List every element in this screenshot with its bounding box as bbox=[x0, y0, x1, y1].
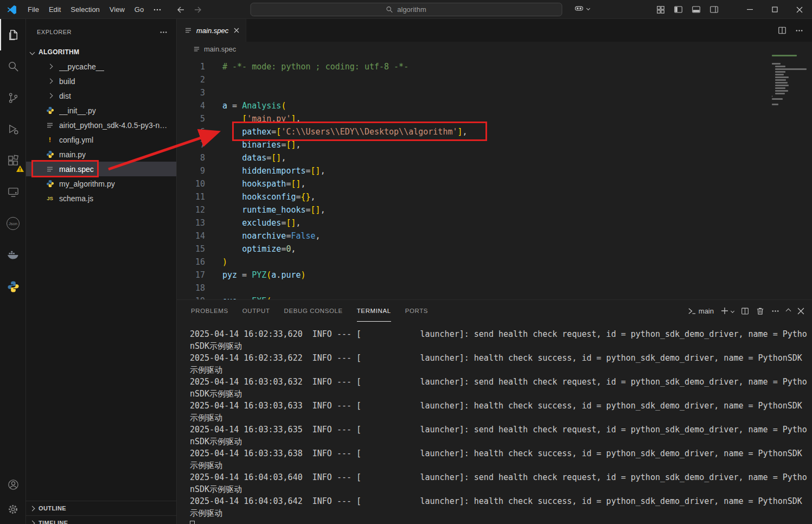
code-line[interactable]: 14 noarchive=False, bbox=[177, 229, 812, 242]
minimize-icon[interactable] bbox=[737, 0, 762, 19]
file-tree-item[interactable]: build bbox=[26, 74, 176, 88]
outline-section[interactable]: OUTLINE bbox=[26, 501, 176, 515]
split-terminal-icon[interactable] bbox=[741, 307, 749, 315]
file-tree-item[interactable]: airiot_python_sdk-4.0.5-py3-n… bbox=[26, 118, 176, 132]
nav-forward-icon[interactable] bbox=[194, 5, 203, 14]
terminal-line: 示例驱动 bbox=[190, 507, 812, 519]
toggle-secondary-sidebar-icon[interactable] bbox=[709, 5, 719, 14]
toggle-panel-icon[interactable] bbox=[692, 5, 701, 14]
python-extension-icon bbox=[7, 280, 20, 293]
js-file-icon: JS bbox=[44, 195, 55, 201]
terminal-shell-icon bbox=[688, 307, 696, 315]
sidebar-item-source-control[interactable] bbox=[0, 82, 26, 113]
code-line[interactable]: 10 hookspath=[], bbox=[177, 177, 812, 190]
code-line[interactable]: 1# -*- mode: python ; coding: utf-8 -*- bbox=[177, 60, 812, 73]
file-tree-item[interactable]: main.py bbox=[26, 147, 176, 162]
code-line[interactable]: 3 bbox=[177, 86, 812, 99]
sidebar-item-python[interactable] bbox=[0, 271, 26, 302]
shell-selector[interactable]: main bbox=[688, 307, 714, 315]
file-tree-item[interactable]: main.spec bbox=[26, 162, 176, 176]
folder-chevron-icon bbox=[44, 94, 55, 98]
tab-main-spec[interactable]: main.spec bbox=[177, 19, 246, 42]
code-line[interactable]: 4a = Analysis( bbox=[177, 99, 812, 112]
split-editor-icon[interactable] bbox=[778, 26, 787, 35]
menu-edit[interactable]: Edit bbox=[44, 3, 66, 16]
line-number: 11 bbox=[177, 190, 205, 203]
menu-selection[interactable]: Selection bbox=[66, 3, 104, 16]
code-line[interactable]: 15 optimize=0, bbox=[177, 242, 812, 255]
sidebar-item-explorer[interactable] bbox=[0, 19, 26, 50]
menu-more-icon[interactable] bbox=[149, 3, 166, 16]
menu-go[interactable]: Go bbox=[130, 3, 149, 16]
breadcrumb-item: main.spec bbox=[204, 45, 236, 53]
code-line[interactable]: 11 hooksconfig={}, bbox=[177, 190, 812, 203]
terminal-output[interactable]: 2025-04-14 16:02:33,620 INFO --- [ launc… bbox=[177, 322, 812, 524]
terminal-line: nSDK示例驱动 bbox=[190, 388, 812, 400]
sidebar-item-docker[interactable] bbox=[0, 239, 26, 271]
file-tree-item[interactable]: __pycache__ bbox=[26, 59, 176, 74]
code-line[interactable]: 8 datas=[], bbox=[177, 151, 812, 164]
code-line[interactable]: 9 hiddenimports=[], bbox=[177, 164, 812, 177]
code-line[interactable]: 12 runtime_hooks=[], bbox=[177, 203, 812, 216]
tab-output[interactable]: OUTPUT bbox=[242, 300, 270, 322]
menu-view[interactable]: View bbox=[105, 3, 130, 16]
close-icon[interactable] bbox=[787, 0, 812, 19]
line-number: 3 bbox=[177, 86, 205, 99]
code-area: 1# -*- mode: python ; coding: utf-8 -*-2… bbox=[177, 56, 812, 299]
code-line[interactable]: 17pyz = PYZ(a.pure) bbox=[177, 269, 812, 282]
sidebar-item-search[interactable] bbox=[0, 50, 26, 82]
file-tree-item[interactable]: dist bbox=[26, 88, 176, 103]
tab-terminal[interactable]: TERMINAL bbox=[357, 300, 391, 322]
nav-back-icon[interactable] bbox=[176, 5, 184, 14]
terminal-cursor bbox=[190, 521, 195, 524]
code-line[interactable]: 7 binaries=[], bbox=[177, 138, 812, 151]
file-tree-item[interactable]: !config.yml bbox=[26, 132, 176, 147]
maximize-panel-icon[interactable] bbox=[787, 309, 790, 313]
search-view-icon bbox=[7, 60, 20, 73]
copilot-button[interactable] bbox=[574, 3, 590, 14]
tab-problems[interactable]: PROBLEMS bbox=[191, 300, 228, 322]
file-tree-item[interactable]: my_algorithm.py bbox=[26, 176, 176, 191]
sidebar-item-run-debug[interactable] bbox=[0, 113, 26, 145]
file-tree: __pycache__builddist__init__.pyairiot_py… bbox=[26, 59, 176, 206]
close-panel-icon[interactable] bbox=[797, 308, 804, 315]
minimap[interactable] bbox=[772, 55, 805, 106]
file-tree-item[interactable]: __init__.py bbox=[26, 103, 176, 118]
code-line[interactable]: 13 excludes=[], bbox=[177, 216, 812, 229]
tab-ports[interactable]: PORTS bbox=[405, 300, 428, 322]
line-number: 10 bbox=[177, 177, 205, 190]
explorer-more-actions-icon[interactable] bbox=[159, 28, 168, 36]
tab-close-icon[interactable] bbox=[233, 27, 240, 34]
toggle-sidebar-icon[interactable] bbox=[674, 5, 683, 14]
sidebar-item-remote-explorer[interactable] bbox=[0, 176, 26, 208]
file-tree-item[interactable]: JSschema.js bbox=[26, 191, 176, 206]
settings-button[interactable] bbox=[0, 497, 26, 522]
chevron-right-icon bbox=[30, 506, 35, 511]
tab-debug-console[interactable]: DEBUG CONSOLE bbox=[284, 300, 343, 322]
sidebar-item-extensions[interactable] bbox=[0, 145, 26, 176]
layout-grid-icon[interactable] bbox=[656, 5, 665, 14]
code-line[interactable]: 6 pathex=['C:\\Users\\EDY\\Desktop\\algo… bbox=[177, 125, 812, 138]
code-line[interactable]: 2 bbox=[177, 73, 812, 86]
terminal-line: 2025-04-14 16:03:33,638 INFO --- [ launc… bbox=[190, 448, 812, 459]
new-terminal-button[interactable] bbox=[721, 307, 734, 315]
sidebar-item-json-extension[interactable]: Json bbox=[0, 208, 26, 239]
code-line[interactable]: 19exe = EXE( bbox=[177, 295, 812, 299]
breadcrumb[interactable]: main.spec bbox=[177, 42, 812, 56]
maximize-icon[interactable] bbox=[762, 0, 787, 19]
editor-more-actions-icon[interactable] bbox=[795, 27, 803, 35]
search-box[interactable]: algorithm bbox=[250, 3, 562, 16]
account-button[interactable] bbox=[0, 472, 26, 497]
workspace-root-folder[interactable]: ALGORITHM bbox=[26, 45, 176, 59]
menu-file[interactable]: File bbox=[23, 3, 44, 16]
file-name: dist bbox=[59, 92, 71, 100]
run-debug-icon bbox=[7, 123, 20, 136]
panel-more-actions-icon[interactable] bbox=[771, 307, 779, 315]
code-line[interactable]: 5 ['main.py'], bbox=[177, 112, 812, 125]
sidebar-bottom-sections: OUTLINE TIMELINE bbox=[26, 501, 176, 524]
terminal-line: nSDK示例驱动 bbox=[190, 483, 812, 495]
code-line[interactable]: 18 bbox=[177, 282, 812, 295]
timeline-section[interactable]: TIMELINE bbox=[26, 515, 176, 524]
kill-terminal-icon[interactable] bbox=[756, 307, 764, 315]
code-line[interactable]: 16) bbox=[177, 255, 812, 269]
